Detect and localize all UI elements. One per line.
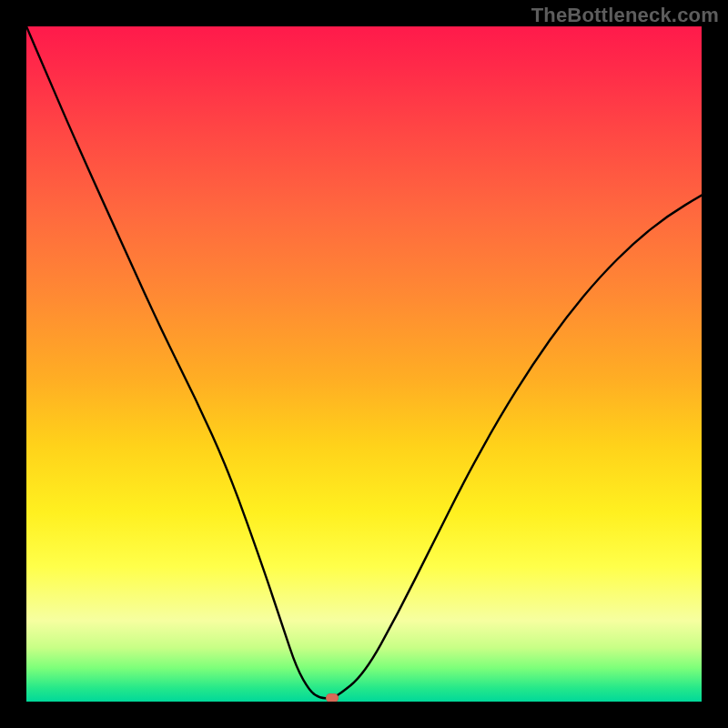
- watermark-text: TheBottleneck.com: [531, 4, 719, 27]
- optimum-marker: [326, 693, 339, 702]
- chart-root: TheBottleneck.com: [0, 0, 728, 728]
- plot-area: [26, 26, 702, 702]
- bottleneck-curve: [26, 26, 702, 698]
- curve-layer: [26, 26, 702, 702]
